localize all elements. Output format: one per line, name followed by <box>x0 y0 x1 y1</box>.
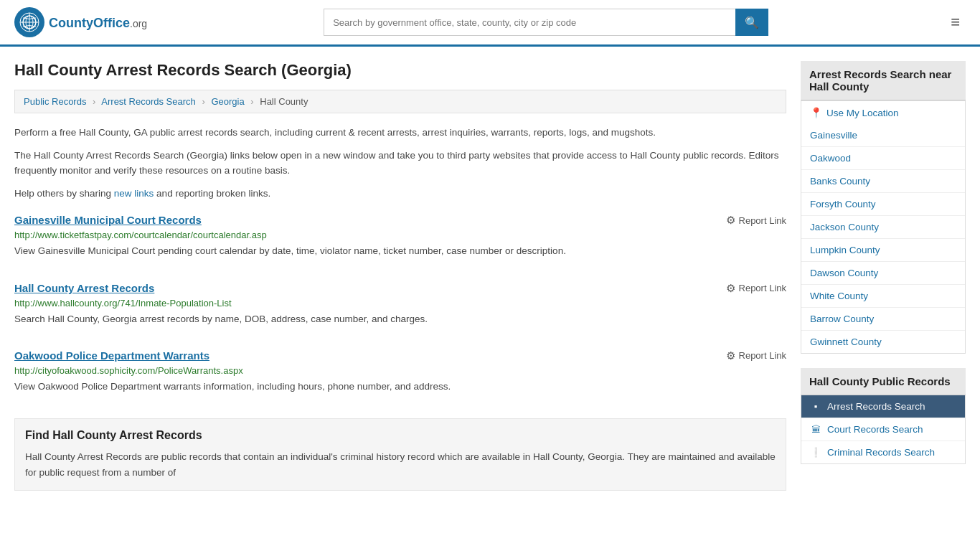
nearby-link-0[interactable]: Gainesville <box>801 124 965 146</box>
nearby-link-3[interactable]: Forsyth County <box>801 193 965 215</box>
nearby-list-item-0: Gainesville <box>801 124 965 147</box>
record-title-row-2: Oakwood Police Department Warrants ⚙ Rep… <box>14 349 786 362</box>
desc3-post: and reporting broken links. <box>154 188 270 199</box>
public-records-item-2: ❕ Criminal Records Search <box>801 441 965 463</box>
new-links-link[interactable]: new links <box>114 188 154 199</box>
find-section: Find Hall County Arrest Records Hall Cou… <box>14 418 786 491</box>
description-3: Help others by sharing new links and rep… <box>14 186 786 202</box>
nearby-link-7[interactable]: White County <box>801 285 965 307</box>
breadcrumb-sep-3: › <box>250 96 253 107</box>
nearby-link-8[interactable]: Barrow County <box>801 308 965 330</box>
report-icon-2: ⚙ <box>726 349 735 362</box>
report-link-btn-2[interactable]: ⚙ Report Link <box>726 349 786 362</box>
report-link-btn-1[interactable]: ⚙ Report Link <box>726 282 786 295</box>
public-records-icon-2: ❕ <box>810 447 821 458</box>
description-1: Perform a free Hall County, GA public ar… <box>14 125 786 141</box>
nearby-list-item-1: Oakwood <box>801 147 965 170</box>
records-container: Gainesville Municipal Court Records ⚙ Re… <box>14 214 786 404</box>
breadcrumb-sep-2: › <box>202 96 204 107</box>
record-desc-0: View Gainesville Municipal Court pending… <box>14 244 786 258</box>
public-records-item-0: ▪ Arrest Records Search <box>801 395 965 418</box>
search-button[interactable]: 🔍 <box>735 9 768 36</box>
nearby-list-item-5: Lumpkin County <box>801 239 965 262</box>
report-icon-1: ⚙ <box>726 282 735 295</box>
nearby-link-4[interactable]: Jackson County <box>801 216 965 238</box>
public-records-list: ▪ Arrest Records Search 🏛 Court Records … <box>801 395 966 464</box>
content-area: Hall County Arrest Records Search (Georg… <box>14 61 786 491</box>
logo-text: CountyOffice.org <box>49 14 147 31</box>
public-records-link-0[interactable]: ▪ Arrest Records Search <box>801 395 965 418</box>
record-entry-0: Gainesville Municipal Court Records ⚙ Re… <box>14 214 786 268</box>
search-icon: 🔍 <box>745 16 759 29</box>
page-title: Hall County Arrest Records Search (Georg… <box>14 61 786 80</box>
description-2: The Hall County Arrest Records Search (G… <box>14 148 786 179</box>
breadcrumb-sep-1: › <box>93 96 95 107</box>
nearby-list-item-3: Forsyth County <box>801 193 965 216</box>
record-url-1: http://www.hallcounty.org/741/Inmate-Pop… <box>14 298 786 309</box>
search-input[interactable] <box>324 9 735 36</box>
nearby-list-item-4: Jackson County <box>801 216 965 239</box>
report-link-btn-0[interactable]: ⚙ Report Link <box>726 214 786 227</box>
report-link-label-0: Report Link <box>739 215 786 226</box>
breadcrumb-public-records[interactable]: Public Records <box>24 96 86 107</box>
public-records-icon-0: ▪ <box>810 401 821 412</box>
breadcrumb-current: Hall County <box>260 96 308 107</box>
public-records-label-1: Court Records Search <box>827 424 923 435</box>
public-records-label-0: Arrest Records Search <box>827 401 925 412</box>
nearby-link-5[interactable]: Lumpkin County <box>801 239 965 261</box>
record-title-row-1: Hall County Arrest Records ⚙ Report Link <box>14 282 786 295</box>
sidebar-public-header: Hall County Public Records <box>801 368 966 395</box>
find-section-title: Find Hall County Arrest Records <box>25 429 776 442</box>
sidebar-public-section: Hall County Public Records ▪ Arrest Reco… <box>801 368 966 464</box>
record-title-row-0: Gainesville Municipal Court Records ⚙ Re… <box>14 214 786 227</box>
nearby-link-9[interactable]: Gwinnett County <box>801 331 965 353</box>
record-title-1[interactable]: Hall County Arrest Records <box>14 282 154 294</box>
site-header: CountyOffice.org 🔍 ≡ <box>0 0 980 47</box>
use-location-label: Use My Location <box>826 108 899 118</box>
nearby-list: GainesvilleOakwoodBanks CountyForsyth Co… <box>801 124 966 354</box>
nearby-link-2[interactable]: Banks County <box>801 170 965 192</box>
location-icon: 📍 <box>810 107 822 118</box>
find-section-text: Hall County Arrest Records are public re… <box>25 449 776 480</box>
nearby-link-1[interactable]: Oakwood <box>801 147 965 169</box>
public-records-link-1[interactable]: 🏛 Court Records Search <box>801 418 965 441</box>
record-entry-2: Oakwood Police Department Warrants ⚙ Rep… <box>14 349 786 404</box>
record-url-2: http://cityofoakwood.sophicity.com/Polic… <box>14 365 786 376</box>
nearby-list-item-7: White County <box>801 285 965 308</box>
record-desc-1: Search Hall County, Georgia arrest recor… <box>14 312 786 326</box>
search-area: 🔍 <box>324 9 768 36</box>
menu-button[interactable]: ≡ <box>945 10 966 34</box>
record-desc-2: View Oakwood Police Department warrants … <box>14 380 786 394</box>
hamburger-icon: ≡ <box>951 13 960 31</box>
report-link-label-2: Report Link <box>739 350 786 361</box>
record-title-0[interactable]: Gainesville Municipal Court Records <box>14 214 202 226</box>
public-records-icon-1: 🏛 <box>810 424 821 435</box>
record-url-0: http://www.ticketfastpay.com/courtcalend… <box>14 230 786 240</box>
record-entry-1: Hall County Arrest Records ⚙ Report Link… <box>14 282 786 336</box>
nearby-list-item-2: Banks County <box>801 170 965 193</box>
sidebar-nearby-section: Arrest Records Search near Hall County 📍… <box>801 61 966 354</box>
public-records-item-1: 🏛 Court Records Search <box>801 418 965 441</box>
sidebar-nearby-header: Arrest Records Search near Hall County <box>801 61 966 100</box>
breadcrumb: Public Records › Arrest Records Search ›… <box>14 90 786 113</box>
nearby-list-item-8: Barrow County <box>801 308 965 331</box>
breadcrumb-arrest-records-search[interactable]: Arrest Records Search <box>101 96 196 107</box>
public-records-link-2[interactable]: ❕ Criminal Records Search <box>801 441 965 463</box>
logo-icon <box>14 7 44 37</box>
main-container: Hall County Arrest Records Search (Georg… <box>0 47 980 505</box>
use-location-btn[interactable]: 📍 Use My Location <box>801 100 966 124</box>
report-link-label-1: Report Link <box>739 283 786 293</box>
logo-area: CountyOffice.org <box>14 7 147 37</box>
nearby-list-item-6: Dawson County <box>801 262 965 285</box>
breadcrumb-georgia[interactable]: Georgia <box>211 96 244 107</box>
public-records-label-2: Criminal Records Search <box>827 447 935 458</box>
desc3-pre: Help others by sharing <box>14 188 114 199</box>
report-icon-0: ⚙ <box>726 214 735 227</box>
nearby-link-6[interactable]: Dawson County <box>801 262 965 284</box>
record-title-2[interactable]: Oakwood Police Department Warrants <box>14 349 209 362</box>
nearby-list-item-9: Gwinnett County <box>801 331 965 353</box>
sidebar: Arrest Records Search near Hall County 📍… <box>801 61 966 491</box>
